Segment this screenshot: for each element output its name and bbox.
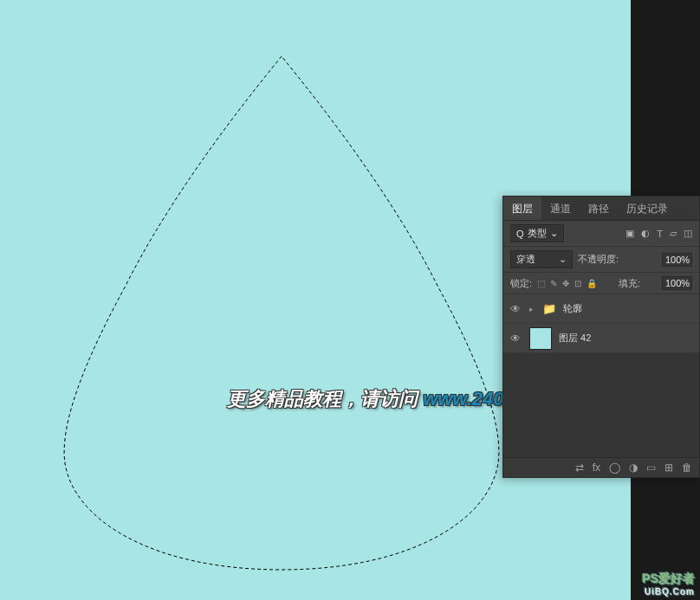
site-brand-watermark: PS爱好者 UiBQ.Com bbox=[642, 571, 695, 597]
lock-all-icon[interactable]: 🔒 bbox=[587, 279, 597, 288]
delete-layer-icon[interactable]: 🗑 bbox=[682, 461, 692, 474]
lock-brush-icon[interactable]: ✎ bbox=[550, 279, 557, 288]
new-layer-icon[interactable]: ⊞ bbox=[664, 461, 673, 474]
layer-name[interactable]: 轮廓 bbox=[563, 302, 582, 315]
new-group-icon[interactable]: ▭ bbox=[646, 461, 656, 474]
filter-image-icon[interactable]: ▣ bbox=[625, 228, 634, 239]
expand-arrow-icon[interactable]: ▸ bbox=[529, 305, 534, 313]
fill-label: 填充: bbox=[619, 277, 640, 290]
lock-fill-row: 锁定: ⬚ ✎ ✥ ⊡ 🔒 填充: 100% bbox=[503, 273, 699, 294]
lock-artboard-icon[interactable]: ⊡ bbox=[574, 279, 581, 288]
layers-panel: 图层 通道 路径 历史记录 Q 类型 ⌄ ▣ ◐ T ▱ ◫ 穿透 ⌄ 不透明度… bbox=[502, 196, 700, 478]
blend-mode-value: 穿透 bbox=[516, 253, 535, 266]
layer-fx-icon[interactable]: fx bbox=[593, 461, 600, 474]
selection-path-drop bbox=[48, 52, 515, 571]
layer-group-outline[interactable]: 👁 ▸ 📁 轮廓 bbox=[503, 294, 699, 324]
brand-sub: UiBQ.Com bbox=[642, 587, 695, 597]
fill-input[interactable]: 100% bbox=[662, 276, 692, 290]
adjustment-layer-icon[interactable]: ◑ bbox=[629, 461, 638, 474]
layer-thumbnail[interactable] bbox=[529, 327, 552, 350]
folder-icon: 📁 bbox=[542, 302, 556, 315]
filter-type-icon[interactable]: T bbox=[657, 229, 663, 239]
visibility-toggle[interactable]: 👁 bbox=[509, 332, 522, 345]
lock-position-icon[interactable]: ✥ bbox=[562, 279, 569, 288]
filter-icon-group: ▣ ◐ T ▱ ◫ bbox=[625, 228, 692, 239]
tab-channels[interactable]: 通道 bbox=[541, 197, 580, 220]
watermark-text: 更多精品教程，请访问 bbox=[227, 388, 423, 410]
layer-filter-row: Q 类型 ⌄ ▣ ◐ T ▱ ◫ bbox=[503, 221, 699, 247]
opacity-input[interactable]: 100% bbox=[662, 253, 692, 267]
blend-opacity-row: 穿透 ⌄ 不透明度: 100% bbox=[503, 247, 699, 273]
link-layers-icon[interactable]: ⇄ bbox=[575, 461, 584, 474]
filter-shape-icon[interactable]: ▱ bbox=[670, 228, 677, 239]
layer-list: 👁 ▸ 📁 轮廓 👁 图层 42 bbox=[503, 294, 699, 457]
tab-history[interactable]: 历史记录 bbox=[618, 197, 677, 220]
chevron-down-icon: ⌄ bbox=[550, 228, 558, 239]
filter-type-select[interactable]: Q 类型 ⌄ bbox=[510, 224, 564, 242]
filter-adjust-icon[interactable]: ◐ bbox=[641, 228, 650, 239]
brand-text: PS爱好者 bbox=[642, 571, 695, 585]
tab-layers[interactable]: 图层 bbox=[503, 197, 541, 220]
filter-smart-icon[interactable]: ◫ bbox=[684, 228, 692, 239]
layer-name[interactable]: 图层 42 bbox=[559, 332, 591, 345]
panel-tab-bar: 图层 通道 路径 历史记录 bbox=[503, 197, 699, 221]
layer-42[interactable]: 👁 图层 42 bbox=[503, 324, 699, 353]
blend-mode-select[interactable]: 穿透 ⌄ bbox=[510, 250, 573, 268]
filter-label: 类型 bbox=[528, 227, 547, 240]
layer-mask-icon[interactable]: ◯ bbox=[609, 461, 620, 474]
tab-paths[interactable]: 路径 bbox=[580, 197, 618, 220]
layers-panel-footer: ⇄ fx ◯ ◑ ▭ ⊞ 🗑 bbox=[503, 457, 699, 477]
chevron-down-icon: ⌄ bbox=[559, 254, 567, 265]
visibility-toggle[interactable]: 👁 bbox=[509, 302, 522, 316]
opacity-label: 不透明度: bbox=[578, 253, 619, 266]
search-icon: Q bbox=[516, 229, 524, 239]
lock-icons-group: ⬚ ✎ ✥ ⊡ 🔒 bbox=[537, 279, 597, 288]
lock-label: 锁定: bbox=[510, 277, 532, 290]
layer-list-empty-area[interactable] bbox=[503, 353, 699, 457]
lock-pixels-icon[interactable]: ⬚ bbox=[537, 279, 545, 288]
